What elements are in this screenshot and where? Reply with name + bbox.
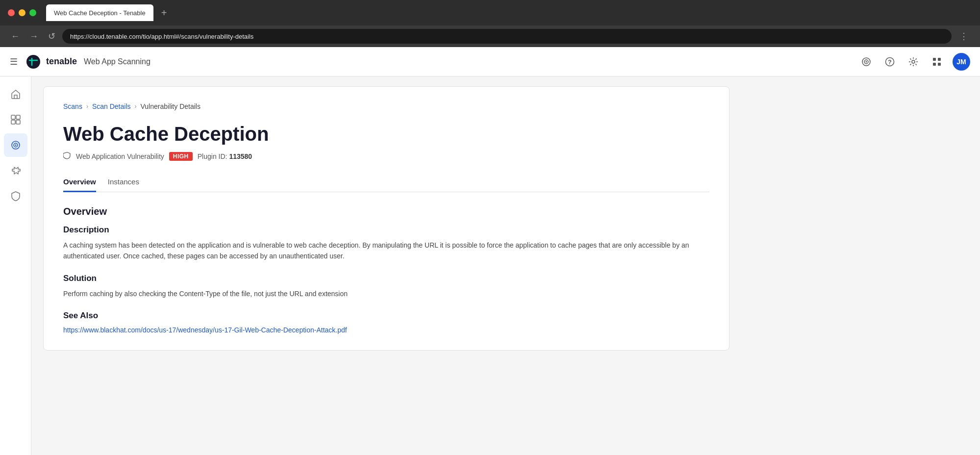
address-text: https://cloud.tenable.com/tio/app.html#/…	[70, 33, 253, 40]
grid-icon-button[interactable]	[929, 54, 945, 70]
breadcrumb: Scans › Scan Details › Vulnerability Det…	[63, 102, 709, 110]
logo-text: tenable	[46, 56, 77, 67]
solution-text: Perform caching by also checking the Con…	[63, 288, 709, 299]
settings-icon-button[interactable]	[905, 54, 921, 70]
tab-title: Web Cache Deception - Tenable	[54, 9, 146, 17]
breadcrumb-separator-2: ›	[135, 103, 137, 110]
hamburger-button[interactable]: ☰	[10, 56, 18, 67]
sidebar-item-dashboard[interactable]	[4, 108, 27, 131]
user-avatar[interactable]: JM	[953, 53, 970, 71]
svg-rect-12	[16, 115, 20, 119]
app-header: ☰ tenable Web App Scanning	[0, 47, 980, 76]
overview-heading: Overview	[63, 206, 709, 217]
breadcrumb-scan-details-link[interactable]: Scan Details	[92, 102, 131, 110]
svg-point-6	[912, 60, 915, 63]
plugins-icon	[10, 165, 21, 176]
dashboard-icon	[10, 114, 21, 125]
new-tab-button[interactable]: +	[157, 6, 171, 20]
description-heading: Description	[63, 225, 709, 235]
close-button[interactable]	[8, 9, 15, 16]
scans-icon	[10, 140, 21, 151]
plugin-id-value: 113580	[229, 152, 252, 160]
shield-icon	[10, 191, 21, 202]
forward-button[interactable]: →	[26, 30, 41, 43]
see-also-link[interactable]: https://www.blackhat.com/docs/us-17/wedn…	[63, 326, 347, 334]
plugin-id-label: Plugin ID: 113580	[198, 152, 252, 160]
sidebar	[0, 76, 31, 455]
svg-point-17	[15, 145, 16, 146]
minimize-button[interactable]	[19, 9, 25, 16]
vulnerability-type: Web Application Vulnerability	[76, 152, 164, 160]
meta-shield-icon	[63, 152, 71, 161]
breadcrumb-scans-link[interactable]: Scans	[63, 102, 82, 110]
active-tab[interactable]: Web Cache Deception - Tenable	[46, 4, 153, 21]
breadcrumb-separator-1: ›	[86, 103, 88, 110]
svg-rect-11	[11, 115, 15, 119]
svg-text:?: ?	[888, 58, 891, 65]
page-title: Web Cache Deception	[63, 122, 709, 146]
solution-heading: Solution	[63, 274, 709, 283]
content-area: Scans › Scan Details › Vulnerability Det…	[31, 76, 980, 455]
sidebar-item-security[interactable]	[4, 184, 27, 208]
traffic-lights	[8, 9, 36, 16]
address-bar[interactable]: https://cloud.tenable.com/tio/app.html#/…	[62, 29, 952, 44]
see-also-heading: See Also	[63, 311, 709, 321]
severity-badge: HIGH	[169, 152, 193, 161]
maximize-button[interactable]	[29, 9, 36, 16]
tab-instances[interactable]: Instances	[108, 173, 139, 192]
target-icon	[861, 57, 871, 67]
svg-rect-14	[16, 120, 20, 124]
help-icon: ?	[885, 57, 895, 67]
svg-rect-8	[938, 58, 941, 61]
browser-menu-button[interactable]: ⋮	[955, 29, 972, 44]
tenable-logo-icon	[25, 54, 41, 70]
svg-point-0	[26, 55, 40, 69]
sidebar-item-scans[interactable]	[4, 133, 27, 157]
home-icon	[10, 89, 21, 100]
product-name: Web App Scanning	[84, 57, 151, 66]
header-actions: ? JM	[858, 53, 970, 71]
svg-rect-10	[938, 63, 941, 66]
sidebar-item-plugins[interactable]	[4, 159, 27, 182]
tabs-bar: Overview Instances	[63, 173, 709, 192]
description-text: A caching system has been detected on th…	[63, 240, 709, 262]
settings-icon	[908, 57, 918, 67]
sidebar-item-home[interactable]	[4, 82, 27, 106]
page-card: Scans › Scan Details › Vulnerability Det…	[43, 86, 729, 351]
target-icon-button[interactable]	[858, 54, 874, 70]
back-button[interactable]: ←	[8, 30, 23, 43]
tab-overview[interactable]: Overview	[63, 173, 96, 192]
help-icon-button[interactable]: ?	[882, 54, 898, 70]
svg-rect-7	[933, 58, 936, 61]
svg-rect-9	[933, 63, 936, 66]
svg-point-3	[866, 61, 867, 62]
grid-icon	[932, 57, 942, 67]
breadcrumb-current: Vulnerability Details	[141, 102, 201, 110]
meta-row: Web Application Vulnerability HIGH Plugi…	[63, 152, 709, 161]
svg-rect-13	[11, 120, 15, 124]
logo-area: tenable Web App Scanning	[25, 54, 151, 70]
reload-button[interactable]: ↺	[45, 30, 58, 43]
